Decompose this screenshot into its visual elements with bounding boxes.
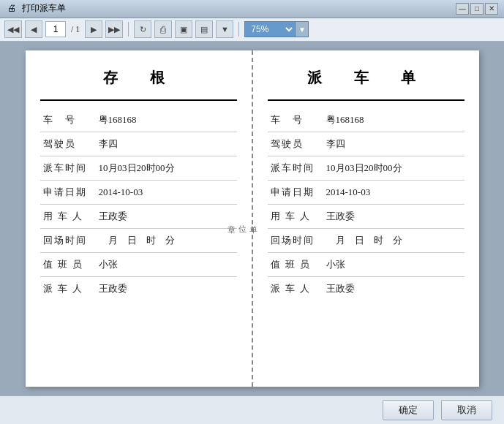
app-icon: 🖨 bbox=[6, 3, 18, 15]
left-label-6: 值 班 员 bbox=[43, 258, 93, 271]
left-value-1: 李四 bbox=[93, 137, 234, 151]
right-row-6: 值 班 员 小张 bbox=[268, 253, 464, 277]
view2-button[interactable]: ▤ bbox=[195, 20, 213, 38]
right-row-7: 派 车 人 王政委 bbox=[268, 277, 464, 300]
right-value-3: 2014-10-03 bbox=[320, 186, 462, 198]
left-row-0: 车 号 粤168168 bbox=[40, 108, 237, 132]
right-row-4: 用 车 人 王政委 bbox=[268, 205, 464, 229]
view1-button[interactable]: ▣ bbox=[175, 20, 192, 38]
left-label-7: 派 车 人 bbox=[43, 282, 93, 295]
last-page-button[interactable]: ▶▶ bbox=[105, 20, 123, 38]
refresh-button[interactable]: ↻ bbox=[134, 20, 151, 38]
cancel-button[interactable]: 取消 bbox=[441, 400, 492, 420]
page-number-input[interactable]: 1 bbox=[45, 21, 66, 37]
right-label-1: 驾驶员 bbox=[271, 137, 320, 151]
left-label-5: 回场时间 bbox=[43, 234, 93, 247]
window-title: 打印派车单 bbox=[22, 2, 456, 15]
right-row-3: 申请日期 2014-10-03 bbox=[268, 181, 464, 205]
bottom-bar: 确定 取消 bbox=[0, 395, 504, 424]
maximize-button[interactable]: □ bbox=[470, 3, 484, 15]
panel-divider: 单 位 章 bbox=[252, 50, 253, 387]
left-value-0: 粤168168 bbox=[93, 113, 234, 126]
zoom-select[interactable]: 75% 50% 100% 125% bbox=[244, 21, 296, 37]
left-panel-title: 存 根 bbox=[40, 62, 237, 101]
title-bar: 🖨 打印派车单 — □ ✕ bbox=[0, 0, 504, 18]
close-button[interactable]: ✕ bbox=[485, 3, 498, 15]
minimize-button[interactable]: — bbox=[456, 3, 469, 15]
confirm-button[interactable]: 确定 bbox=[383, 400, 434, 420]
left-row-5: 回场时间 月 日 时 分 bbox=[40, 229, 237, 253]
right-value-1: 李四 bbox=[320, 137, 462, 151]
right-row-0: 车 号 粤168168 bbox=[268, 108, 464, 132]
zoom-dropdown-arrow[interactable]: ▼ bbox=[296, 21, 309, 37]
right-row-1: 驾驶员 李四 bbox=[268, 132, 464, 156]
left-row-6: 值 班 员 小张 bbox=[40, 253, 237, 277]
left-row-4: 用 车 人 王政委 bbox=[40, 205, 237, 229]
export-button[interactable]: ▼ bbox=[216, 20, 233, 38]
left-row-2: 派车时间 10月03日20时00分 bbox=[40, 156, 237, 181]
divider-labels: 单 位 章 bbox=[246, 50, 259, 387]
paper: 存 根 车 号 粤168168 驾驶员 李四 派车时间 10月03日20时00分… bbox=[26, 50, 479, 387]
left-row-1: 驾驶员 李四 bbox=[40, 132, 237, 156]
left-label-4: 用 车 人 bbox=[43, 210, 93, 223]
preview-area: 存 根 车 号 粤168168 驾驶员 李四 派车时间 10月03日20时00分… bbox=[0, 42, 504, 395]
right-panel-title: 派 车 单 bbox=[268, 62, 464, 101]
right-value-0: 粤168168 bbox=[320, 113, 462, 126]
right-value-6: 小张 bbox=[320, 258, 462, 271]
right-row-2: 派车时间 10月03日20时00分 bbox=[268, 156, 464, 181]
right-label-0: 车 号 bbox=[271, 113, 320, 126]
page-total-label: / 1 bbox=[69, 24, 82, 35]
left-value-4: 王政委 bbox=[93, 210, 234, 223]
left-value-3: 2014-10-03 bbox=[93, 186, 234, 198]
right-label-7: 派 车 人 bbox=[271, 282, 320, 295]
zoom-control[interactable]: 75% 50% 100% 125% ▼ bbox=[244, 21, 309, 37]
left-row-3: 申请日期 2014-10-03 bbox=[40, 181, 237, 205]
left-value-5: 月 日 时 分 bbox=[93, 234, 234, 247]
left-label-3: 申请日期 bbox=[43, 186, 93, 199]
right-label-3: 申请日期 bbox=[271, 186, 320, 199]
separator-1 bbox=[128, 22, 129, 37]
left-label-0: 车 号 bbox=[43, 113, 93, 126]
right-value-7: 王政委 bbox=[320, 282, 462, 295]
left-label-1: 驾驶员 bbox=[43, 137, 93, 151]
right-label-4: 用 车 人 bbox=[271, 210, 320, 223]
right-row-5: 回场时间 月 日 时 分 bbox=[268, 229, 464, 253]
right-panel: 派 车 单 车 号 粤168168 驾驶员 李四 派车时间 10月03日20时0… bbox=[253, 50, 479, 387]
print-button[interactable]: ⎙ bbox=[154, 20, 172, 38]
right-label-5: 回场时间 bbox=[271, 234, 320, 247]
prev-page-button[interactable]: ◀ bbox=[25, 20, 42, 38]
next-page-button[interactable]: ▶ bbox=[85, 20, 102, 38]
left-value-2: 10月03日20时00分 bbox=[93, 162, 234, 175]
right-value-5: 月 日 时 分 bbox=[320, 234, 462, 247]
left-panel: 存 根 车 号 粤168168 驾驶员 李四 派车时间 10月03日20时00分… bbox=[26, 50, 252, 387]
window-controls: — □ ✕ bbox=[456, 3, 498, 15]
left-value-6: 小张 bbox=[93, 258, 234, 271]
right-label-2: 派车时间 bbox=[271, 162, 320, 175]
first-page-button[interactable]: ◀◀ bbox=[4, 20, 22, 38]
left-row-7: 派 车 人 王政委 bbox=[40, 277, 237, 300]
right-value-4: 王政委 bbox=[320, 210, 462, 223]
left-label-2: 派车时间 bbox=[43, 162, 93, 175]
toolbar: ◀◀ ◀ 1 / 1 ▶ ▶▶ ↻ ⎙ ▣ ▤ ▼ 75% 50% 100% 1… bbox=[0, 18, 504, 42]
right-label-6: 值 班 员 bbox=[271, 258, 320, 271]
right-value-2: 10月03日20时00分 bbox=[320, 162, 462, 175]
separator-2 bbox=[238, 22, 239, 37]
left-value-7: 王政委 bbox=[93, 282, 234, 295]
